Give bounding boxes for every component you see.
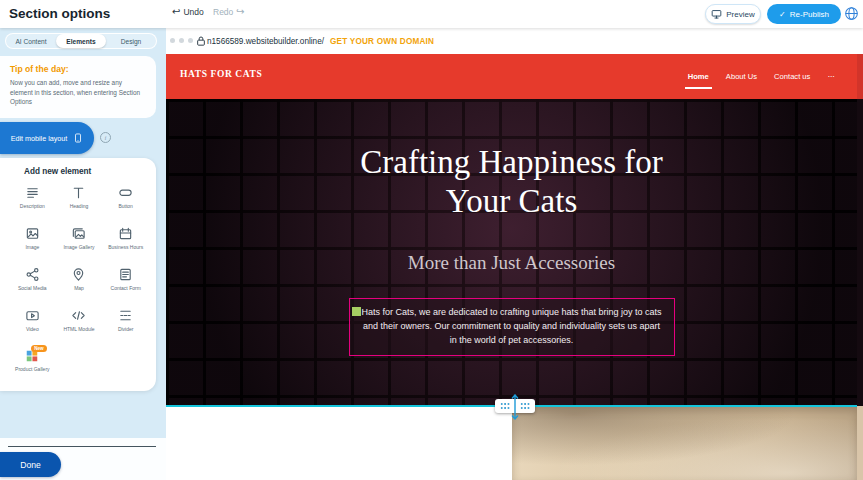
element-description[interactable]: Description	[9, 183, 56, 219]
contact-form-icon	[118, 267, 133, 282]
element-label: Social Media	[18, 285, 47, 291]
tab-design[interactable]: Design	[106, 34, 156, 48]
element-grid: Description Heading Button Image Image G…	[9, 183, 149, 383]
element-label: HTML Module	[63, 326, 94, 332]
monitor-icon	[711, 9, 722, 20]
page-title: Section options	[9, 6, 110, 21]
republish-label: Re-Publish	[790, 10, 829, 19]
element-label: Divider	[118, 326, 134, 332]
description-icon	[25, 185, 40, 200]
add-element-panel: Add new element Description Heading Butt…	[0, 158, 156, 391]
grip-dots-icon	[500, 402, 510, 410]
element-label: Product Gallery	[15, 366, 49, 372]
undo-button[interactable]: ↩ Undo	[172, 7, 204, 17]
element-map[interactable]: Map	[56, 265, 103, 301]
element-product-gallery[interactable]: New Product Gallery	[9, 347, 56, 383]
element-label: Button	[118, 203, 132, 209]
footer-divider	[8, 446, 156, 447]
divider-icon	[118, 308, 133, 323]
site-header[interactable]: HATS FOR CATS Home About Us Contact us ⋯	[166, 54, 857, 99]
grip-dots-icon	[520, 402, 530, 410]
undo-label: Undo	[183, 7, 203, 17]
tip-of-the-day-card: Tip of the day: Now you can add, move an…	[0, 56, 156, 118]
tab-ai-content[interactable]: AI Content	[6, 34, 56, 48]
tab-elements[interactable]: Elements	[56, 34, 106, 48]
drag-handle-icon[interactable]	[352, 307, 361, 316]
element-video[interactable]: Video	[9, 306, 56, 342]
redo-icon: ↪	[236, 7, 244, 17]
button-icon	[118, 185, 133, 200]
new-badge: New	[31, 345, 46, 352]
done-button[interactable]: Done	[0, 452, 61, 477]
edit-mobile-label: Edit mobile layout	[11, 134, 68, 143]
globe-language-icon[interactable]	[844, 6, 859, 21]
element-label: Image Gallery	[63, 244, 94, 250]
editor-main-area: n1566589.websitebuilder.online/GET YOUR …	[166, 28, 863, 480]
hero-title-line2: Your Cats	[166, 182, 857, 221]
element-label: Business Hours	[108, 244, 143, 250]
redo-label: Redo	[213, 7, 233, 17]
element-heading[interactable]: Heading	[56, 183, 103, 219]
info-icon[interactable]: i	[100, 132, 111, 143]
element-social-media[interactable]: Social Media	[9, 265, 56, 301]
tip-title: Tip of the day:	[10, 64, 146, 74]
nav-about-us[interactable]: About Us	[726, 72, 757, 81]
map-icon	[71, 267, 86, 282]
image-icon	[25, 226, 40, 241]
element-label: Description	[20, 203, 45, 209]
heading-icon	[71, 185, 86, 200]
next-section[interactable]	[166, 407, 857, 480]
element-label: Map	[74, 285, 84, 291]
browser-chrome-bar: n1566589.websitebuilder.online/GET YOUR …	[166, 28, 863, 54]
element-html-module[interactable]: HTML Module	[56, 306, 103, 342]
edit-mobile-layout-button[interactable]: Edit mobile layout	[0, 122, 94, 154]
hero-body-text: Hats for Cats, we are dedicated to craft…	[361, 307, 661, 345]
image-gallery-icon	[71, 226, 86, 241]
undo-icon: ↩	[172, 7, 180, 17]
social-media-icon	[25, 267, 40, 282]
top-toolbar: Section options ↩ Undo Redo ↪ Preview ✓ …	[0, 0, 863, 28]
section-options-sidebar: AI Content Elements Design Tip of the da…	[0, 28, 166, 480]
tip-body: Now you can add, move and resize any ele…	[10, 78, 146, 107]
cat-photo-image	[512, 407, 857, 480]
get-domain-link[interactable]: GET YOUR OWN DOMAIN	[330, 37, 434, 46]
video-icon	[25, 308, 40, 323]
hero-title-line1: Crafting Happiness for	[166, 143, 857, 182]
business-hours-icon	[118, 226, 133, 241]
window-dots-icon	[170, 38, 193, 43]
element-label: Video	[26, 326, 39, 332]
site-logo[interactable]: HATS FOR CATS	[180, 69, 262, 79]
preview-label: Preview	[726, 10, 754, 19]
element-label: Image	[25, 244, 39, 250]
lock-icon	[196, 35, 206, 47]
element-label: Contact Form	[111, 285, 141, 291]
website-preview: HATS FOR CATS Home About Us Contact us ⋯…	[166, 54, 863, 480]
hero-title[interactable]: Crafting Happiness for Your Cats	[166, 143, 857, 221]
nav-contact-us[interactable]: Contact us	[774, 72, 810, 81]
site-nav: Home About Us Contact us ⋯	[688, 54, 835, 99]
section-resize-handle[interactable]	[495, 399, 535, 413]
sidebar-tabs: AI Content Elements Design	[5, 33, 157, 49]
republish-button[interactable]: ✓ Re-Publish	[767, 4, 841, 24]
preview-button[interactable]: Preview	[705, 4, 761, 24]
hero-subtitle[interactable]: More than Just Accessories	[166, 252, 857, 274]
panel-title: Add new element	[24, 167, 91, 176]
element-contact-form[interactable]: Contact Form	[102, 265, 149, 301]
site-url[interactable]: n1566589.websitebuilder.online/	[207, 37, 324, 46]
element-button[interactable]: Button	[102, 183, 149, 219]
preview-scrollbar[interactable]	[857, 54, 863, 480]
url-bar: n1566589.websitebuilder.online/GET YOUR …	[207, 37, 434, 46]
check-icon: ✓	[779, 10, 786, 19]
mobile-phone-icon	[73, 131, 83, 145]
redo-button[interactable]: Redo ↪	[213, 7, 245, 17]
hero-section[interactable]: Crafting Happiness for Your Cats More th…	[166, 99, 857, 406]
element-image-gallery[interactable]: Image Gallery	[56, 224, 103, 260]
element-image[interactable]: Image	[9, 224, 56, 260]
hero-text-element-selected[interactable]: Hats for Cats, we are dedicated to craft…	[349, 298, 675, 356]
app-window: Section options ↩ Undo Redo ↪ Preview ✓ …	[0, 0, 863, 480]
element-divider[interactable]: Divider	[102, 306, 149, 342]
nav-more-icon[interactable]: ⋯	[827, 72, 835, 81]
element-label: Heading	[70, 203, 89, 209]
nav-home[interactable]: Home	[688, 72, 709, 81]
element-business-hours[interactable]: Business Hours	[102, 224, 149, 260]
